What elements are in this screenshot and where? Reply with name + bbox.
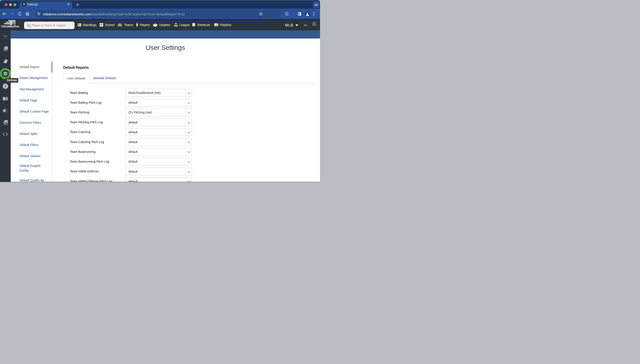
svg-text:TRUMEDIA: TRUMEDIA [1, 25, 19, 28]
svg-text:?: ? [4, 84, 6, 88]
